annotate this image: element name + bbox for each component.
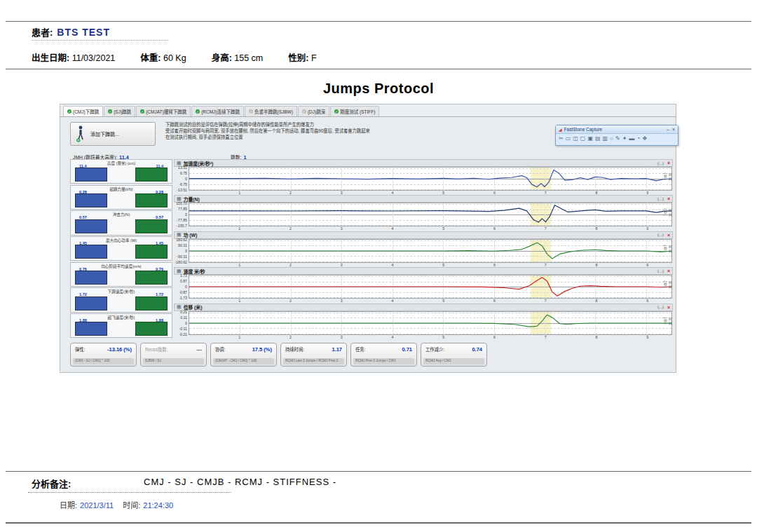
chart-plot (189, 167, 672, 191)
chart-close-icon[interactable]: × (667, 196, 670, 201)
height-value: 155 cm (234, 53, 263, 63)
patient-name: BTS TEST (57, 27, 110, 38)
stat-box-row: 弹性: -13.16 (%) (CMJ - SJ / CMJ) * 100 Re… (70, 343, 487, 367)
divider (6, 21, 751, 22)
chart-close-icon[interactable]: × (667, 161, 670, 165)
check-icon: ✓ (334, 109, 339, 114)
chart-options-button[interactable]: (...) (657, 269, 664, 273)
timer-icon[interactable]: ◔ (636, 135, 640, 142)
weight-value: 60 Kg (163, 53, 186, 63)
settings-icon[interactable]: ❖ (642, 135, 647, 142)
protocol-tab[interactable]: ✓ (CMJAT)摆臂下蹲跳 (136, 106, 191, 116)
stat-box[interactable]: 弹性: -13.16 (%) (CMJ - SJ / CMJ) * 100 (70, 343, 137, 367)
chart-title: 速度 米/秒 (184, 268, 655, 275)
chart-options-button[interactable]: (...) (657, 233, 664, 237)
protocol-tab[interactable]: ✓ (SJ)蹲跳 (104, 106, 135, 116)
capture-freehand-icon[interactable]: ▣ (587, 135, 593, 142)
draw-icon[interactable]: ✎ (615, 135, 620, 142)
chart-header: ▦ 速度 米/秒 (...) × (174, 267, 673, 275)
chart-close-icon[interactable]: × (667, 268, 670, 273)
chart-plot-wrap: 155.7077.850-77.85-155.7 时间(秒) (174, 203, 673, 226)
chart-options-button[interactable]: (...) (657, 161, 664, 165)
green-bar (135, 271, 168, 285)
x-axis-ticks: 123456789 (189, 263, 673, 267)
protocol-tab[interactable]: ✓ 负重半蹲跳(SJBW) (245, 106, 297, 116)
bar-panel: 高度 (厘米) (cm) 11.4 11.4 (70, 159, 172, 184)
stat-formula: RCMJ Last 3 Jumps / RCMJ First 3 (283, 358, 344, 364)
capture-window-icon[interactable]: ▭ (566, 135, 571, 142)
chart-close-icon[interactable]: × (667, 233, 670, 238)
faststone-titlebar[interactable]: ◢ FastStone Capture – × (556, 125, 678, 134)
y-axis-labels: 0.210.110-0.11-0.21 (174, 311, 189, 335)
protocol-tab[interactable]: ✓ 刚度测试 (STIFF) (330, 106, 379, 116)
stat-box[interactable]: 工作减少: 0.74 RCMJ Avg / CMJ (421, 343, 487, 367)
chart-plot (189, 203, 672, 226)
stat-label: Reuss指数: (145, 346, 168, 353)
bar-panel: 向心阶段平均速度(m/s) 0.76 0.76 (70, 262, 172, 287)
capture-object-icon[interactable]: ◫ (573, 135, 578, 142)
report-page: 患者:BTS TEST 出生日期: 11/03/2021 体重: 60 Kg 身… (0, 0, 757, 532)
dob-value: 11/03/2021 (72, 53, 116, 63)
green-bar (135, 168, 168, 182)
capture-scrolling-icon[interactable]: ▥ (603, 135, 608, 142)
stat-formula: RCMJ First 3 Jumps / CMJ (353, 358, 414, 364)
x-axis-ticks: 123456789 (189, 226, 673, 231)
protocol-tab-label: (CMJAT)摆臂下蹲跳 (146, 108, 186, 115)
ruler-icon[interactable]: ▬ (629, 135, 634, 142)
x-axis-ticks: 123456789 (189, 299, 673, 303)
stat-value: -13.16 (%) (107, 346, 132, 353)
blue-bar (75, 296, 107, 311)
close-button[interactable]: × (672, 127, 675, 132)
add-jump-button[interactable]: 添加下蹲跳... (70, 122, 156, 146)
instruction-line: 受试者开始时双脚与肩同宽, 双手放在腰侧, 然后在第一个向下的运动, 膝盖弯曲9… (165, 128, 547, 134)
height-label: 身高: (212, 53, 232, 63)
stat-box[interactable]: 持续时间: 1.17 RCMJ Last 3 Jumps / RCMJ Firs… (280, 343, 347, 367)
stat-value: 17.5 (%) (252, 346, 272, 353)
capture-fixed-icon[interactable]: ○ (610, 135, 613, 142)
instruction-line: 在测试执行期间, 双手必须保持直立位置 (165, 134, 547, 140)
chart-plot (189, 239, 672, 263)
protocol-tab[interactable]: ✓ (DJ)跳深 (298, 106, 329, 116)
chart-close-icon[interactable]: × (667, 305, 670, 310)
datetime-row: 日期:2021/3/11 时间:21:24:30 (60, 499, 180, 510)
green-bar (135, 219, 168, 233)
stat-box[interactable]: 任务: 0.71 RCMJ First 3 Jumps / CMJ (350, 343, 417, 367)
dotted-divider (32, 40, 168, 41)
stat-box[interactable]: 协调: 17.5 (%) (CMJAT - CMJ / CMJ) * 100 (210, 343, 277, 367)
bar-panel: 冲击力(N) 0.57 0.57 (70, 210, 172, 235)
date-label: 日期: (60, 501, 77, 510)
chart-header: ▦ 位移 (米) (...) × (174, 303, 673, 311)
check-icon: ✓ (140, 109, 144, 114)
capture-rect-icon[interactable]: ▢ (580, 135, 586, 142)
chart-options-button[interactable]: (...) (657, 305, 664, 309)
capture-fullscreen-icon[interactable]: ▤ (595, 135, 601, 142)
stat-box[interactable]: Reuss指数: --- SJBW / SJ (140, 343, 207, 367)
minimize-button[interactable]: – (667, 127, 669, 132)
chart-plot (189, 311, 672, 335)
bar-panel-column: 高度 (厘米) (cm) 11.4 11.4 起跳力量(t/N) 0.28 0.… (70, 159, 172, 339)
patient-info-row: 出生日期: 11/03/2021 体重: 60 Kg 身高: 155 cm 性别… (32, 50, 332, 64)
capture-active-window-icon[interactable]: ✂ (559, 135, 564, 142)
protocol-tab[interactable]: ✓ (RCMJ)连续下蹲跳 (191, 106, 244, 116)
stat-label: 协调: (215, 346, 225, 353)
protocol-tab[interactable]: ✓ (CMJ)下蹲跳 (63, 106, 103, 116)
chart-options-button[interactable]: (...) (657, 197, 664, 201)
bar-panel: 最大向心功率 (W) 1.45 1.45 (70, 236, 172, 261)
stat-formula: SJBW / SJ (143, 358, 204, 364)
check-icon: ✓ (196, 109, 200, 114)
picker-icon[interactable]: ✦ (622, 135, 627, 142)
green-bar (135, 193, 168, 207)
test-instructions: 下蹲跳测试的目的是评估在弹跳(拉伸)周期中储存的弹性能量所产生的爆发力受试者开始… (165, 121, 547, 140)
analysis-notes-row: 分析备注: CMJ - SJ - CMJB - RCMJ - STIFFNESS… (32, 477, 71, 490)
chart-plot-wrap: 1.730.870-0.87-1.73 时间(秒) (174, 275, 673, 299)
chart-header: ▦ 加速度(米/秒²) (...) × (174, 159, 673, 167)
x-axis-unit-label: 时间(秒) (662, 245, 672, 257)
divider (6, 471, 751, 472)
faststone-title: FastStone Capture (564, 127, 667, 132)
stat-value: --- (197, 346, 203, 353)
line-chart: ▦ 速度 米/秒 (...) × 1.730.870-0.87-1.73 时间(… (174, 267, 673, 303)
x-axis-ticks: 123456789 (189, 191, 673, 195)
divider (6, 522, 751, 524)
blue-bar (75, 193, 107, 207)
time-value: 21:24:30 (143, 501, 173, 510)
